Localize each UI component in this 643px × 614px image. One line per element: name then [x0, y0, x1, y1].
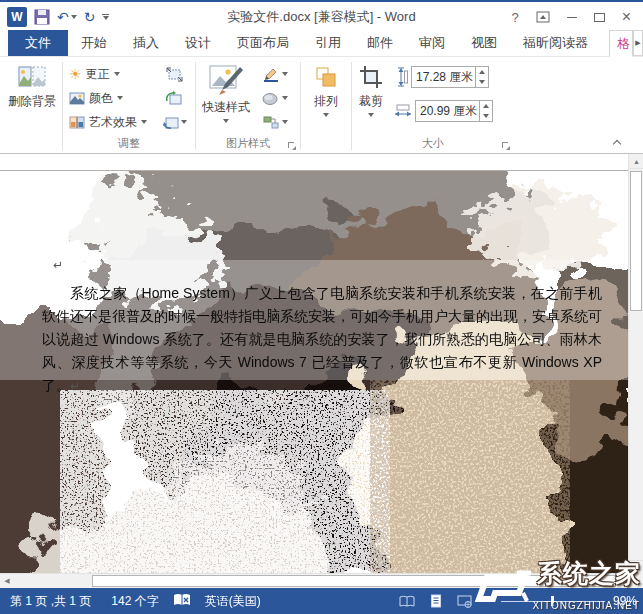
picture-layout-dropdown-icon: [282, 120, 288, 124]
read-mode-button[interactable]: [399, 595, 415, 608]
qat-caret-icon: [103, 16, 109, 20]
corrections-button[interactable]: ☀ 更正: [69, 62, 120, 86]
picture-styles-dialog-launcher[interactable]: [288, 142, 296, 150]
group-size: 裁剪 17.28 厘米: [354, 59, 512, 153]
shape-height-spin-buttons[interactable]: [475, 67, 488, 87]
quick-styles-label: 快速样式: [202, 99, 250, 116]
redo-button[interactable]: ↻: [84, 10, 96, 24]
compress-picture-button[interactable]: [162, 62, 187, 86]
shape-height-value: 17.28 厘米: [412, 69, 475, 86]
scrollbar-corner: [628, 573, 643, 588]
reset-picture-button[interactable]: [162, 110, 187, 134]
change-picture-button[interactable]: [162, 86, 187, 110]
crop-button[interactable]: 裁剪: [354, 62, 388, 119]
tab-spacer: [601, 30, 609, 56]
zoom-slider[interactable]: [501, 595, 605, 607]
help-button[interactable]: ?: [511, 10, 518, 25]
corrections-label: 更正: [86, 66, 110, 83]
group-label-picture-styles: 图片样式: [198, 136, 298, 153]
vertical-scroll-thumb[interactable]: [630, 171, 642, 311]
quick-styles-dropdown-icon: [223, 119, 229, 123]
tab-review[interactable]: 审阅: [406, 30, 458, 56]
shape-height-field[interactable]: 17.28 厘米: [411, 66, 489, 88]
tab-design[interactable]: 设计: [172, 30, 224, 56]
quick-access-toolbar: W ↶ ↻: [7, 7, 109, 27]
remove-background-label: 删除背景: [8, 93, 56, 110]
vertical-scrollbar[interactable]: ▲ ▼: [628, 154, 643, 575]
proofing-status-button[interactable]: [169, 593, 195, 610]
artistic-effects-button[interactable]: 艺术效果: [69, 110, 147, 134]
scroll-up-button[interactable]: ▲: [629, 154, 643, 169]
shape-width-spin-buttons[interactable]: [479, 101, 492, 121]
web-layout-button[interactable]: [457, 595, 472, 608]
group-label-size: 大小: [354, 136, 512, 153]
print-layout-button[interactable]: [429, 594, 443, 608]
tab-page-layout[interactable]: 页面布局: [224, 30, 302, 56]
close-button[interactable]: ×: [622, 8, 631, 26]
ribbon-display-options-button[interactable]: [536, 11, 550, 23]
customize-qat-button[interactable]: [102, 14, 109, 20]
picture-layout-button[interactable]: [262, 110, 288, 134]
arrange-dropdown-icon: [323, 113, 329, 117]
height-spin-up[interactable]: [476, 67, 488, 77]
tab-overflow-button[interactable]: ▶: [633, 30, 643, 56]
color-button[interactable]: 颜色: [69, 86, 123, 110]
quick-styles-button[interactable]: 快速样式: [198, 62, 254, 125]
group-picture-styles: 快速样式: [198, 59, 298, 153]
save-icon[interactable]: [34, 9, 50, 25]
zoom-controls: – 99%: [486, 594, 637, 608]
tab-foxit-reader[interactable]: 福昕阅读器: [510, 30, 601, 56]
empty-paragraph-mark: ↵: [53, 258, 63, 272]
remove-background-icon: [18, 64, 46, 90]
tab-file[interactable]: 文件: [8, 30, 68, 56]
proofing-book-icon: [173, 593, 191, 607]
collapse-ribbon-button[interactable]: [613, 139, 621, 147]
tab-picture-format[interactable]: 格: [609, 30, 633, 57]
picture-border-button[interactable]: [262, 62, 288, 86]
language-indicator[interactable]: 英语(美国): [195, 593, 271, 610]
group-adjust: ☀ 更正 颜色: [65, 59, 193, 153]
width-spin-up[interactable]: [480, 101, 492, 111]
undo-dropdown-icon[interactable]: [71, 15, 77, 19]
maximize-button[interactable]: [594, 13, 605, 22]
scroll-left-button[interactable]: ◀: [0, 574, 14, 588]
group-separator: [62, 62, 63, 150]
remove-background-button[interactable]: 删除背景: [4, 62, 60, 112]
picture-layout-icon: [262, 115, 280, 130]
color-icon: [69, 92, 85, 105]
document-page[interactable]: ↵ 系统之家（Home System）广义上包含了电脑系统安装和手机系统安装，在…: [0, 154, 628, 575]
size-dialog-launcher[interactable]: [502, 142, 510, 150]
horizontal-scroll-thumb[interactable]: [92, 575, 616, 587]
tab-home[interactable]: 开始: [68, 30, 120, 56]
page-indicator[interactable]: 第 1 页 ,共 1 页: [0, 593, 101, 610]
minimize-button[interactable]: [567, 17, 577, 18]
word-count[interactable]: 142 个字: [101, 593, 168, 610]
body-paragraph[interactable]: 系统之家（Home System）广义上包含了电脑系统安装和手机系统安装，在之前…: [42, 282, 602, 398]
group-separator: [300, 62, 301, 150]
width-spin-down[interactable]: [480, 111, 492, 121]
zoom-percentage[interactable]: 99%: [613, 594, 637, 608]
tab-references[interactable]: 引用: [302, 30, 354, 56]
shape-width-field[interactable]: 20.99 厘米: [415, 100, 493, 122]
artistic-effects-icon: [69, 116, 85, 129]
corrections-icon: ☀: [69, 67, 82, 81]
tab-view[interactable]: 视图: [458, 30, 510, 56]
color-label: 颜色: [89, 90, 113, 107]
picture-effects-dropdown-icon: [282, 96, 288, 100]
horizontal-scrollbar[interactable]: ◀: [0, 573, 628, 588]
zoom-slider-thumb[interactable]: [551, 596, 554, 606]
artistic-effects-label: 艺术效果: [89, 114, 137, 131]
tab-insert[interactable]: 插入: [120, 30, 172, 56]
picture-effects-icon: [262, 91, 280, 106]
change-picture-icon: [166, 91, 183, 106]
picture-effects-button[interactable]: [262, 86, 288, 110]
crop-icon: [358, 64, 384, 90]
title-bar: W ↶ ↻ 实验文件.docx [兼容模式] - Word ?: [0, 4, 643, 30]
group-arrange: 排列: [303, 59, 349, 153]
arrange-button[interactable]: 排列: [309, 62, 343, 119]
color-dropdown-icon: [117, 96, 123, 100]
height-spin-down[interactable]: [476, 77, 488, 87]
undo-button[interactable]: ↶: [57, 10, 77, 24]
tab-mailings[interactable]: 邮件: [354, 30, 406, 56]
zoom-out-button[interactable]: –: [486, 594, 493, 608]
